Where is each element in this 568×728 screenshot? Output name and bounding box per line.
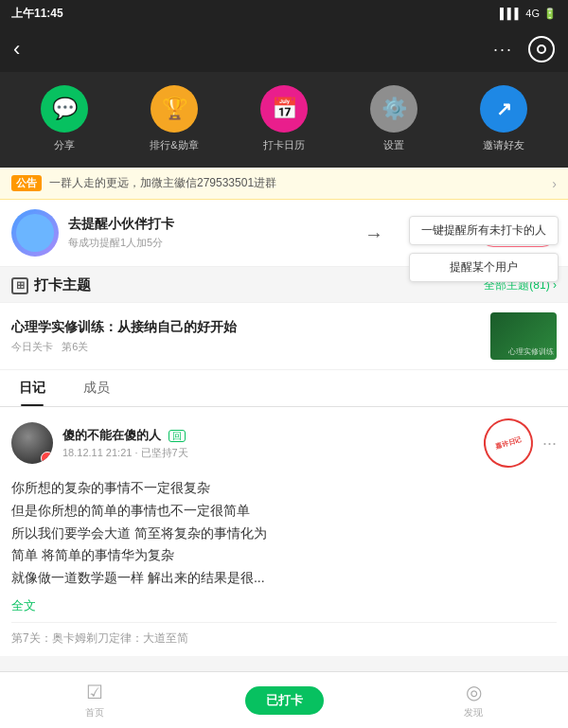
action-share[interactable]: 💬 分享: [9, 85, 119, 152]
tab-members[interactable]: 成员: [64, 370, 129, 406]
bottom-bar: ☑ 首页 已打卡 ◎ 发现: [0, 671, 568, 728]
invite-label: 邀请好友: [483, 138, 524, 152]
home-label: 首页: [85, 706, 104, 719]
stamp-text: 嘉许日记: [494, 435, 522, 451]
topic-icon: ⊞: [11, 277, 28, 294]
post-icon: ◎: [466, 681, 482, 703]
announcement-bar[interactable]: 公告 一群人走的更远，加微主徽信279533501进群 ›: [0, 168, 568, 200]
post-label: 发现: [464, 706, 483, 719]
topic-text-block: 心理学实修训练：从接纳自己的好开始 今日关卡 第6关: [11, 319, 479, 354]
network-type: 4G: [525, 8, 540, 19]
invite-icon: ↗: [480, 85, 527, 133]
topic-meta-week: 第6关: [62, 341, 88, 352]
status-bar: 上午11:45 ▌▌▌ 4G 🔋: [0, 0, 568, 27]
post-avatar: [11, 422, 53, 464]
post-author-name-row: 傻的不能在傻的人 回: [62, 426, 484, 444]
nav-icons: ···: [493, 36, 555, 62]
avatar-image: [16, 214, 54, 252]
tooltip-arrow: →: [364, 223, 383, 245]
remind-all-button[interactable]: 一键提醒所有未打卡的人: [409, 216, 559, 245]
author-name: 傻的不能在傻的人: [62, 428, 161, 442]
topic-section-title: ⊞ 打卡主题: [11, 276, 91, 294]
post-meta: 18.12.11 21:21 · 已坚持7天: [62, 446, 484, 460]
checkin-button[interactable]: 已打卡: [245, 686, 324, 715]
post-header: 傻的不能在傻的人 回 18.12.11 21:21 · 已坚持7天 嘉许日记 ·…: [11, 418, 557, 468]
topic-meta: 今日关卡 第6关: [11, 340, 479, 354]
tab-diary[interactable]: 日记: [0, 370, 64, 406]
post-menu-button[interactable]: ···: [542, 434, 557, 453]
quick-actions-row: 💬 分享 🏆 排行&勋章 📅 打卡日历 ⚙️ 设置 ↗ 邀请好友: [0, 72, 568, 168]
post-line-3: 所以我们要学会大道 简至将复杂的事情化为: [11, 523, 557, 545]
rank-label: 排行&勋章: [150, 138, 198, 152]
status-time: 上午11:45: [11, 6, 63, 22]
more-menu-button[interactable]: ···: [493, 40, 513, 60]
topic-card[interactable]: 心理学实修训练：从接纳自己的好开始 今日关卡 第6关 心理实修训练: [0, 303, 568, 370]
action-settings[interactable]: ⚙️ 设置: [339, 85, 449, 152]
wake-avatar: [11, 209, 59, 257]
top-nav: ‹ ···: [0, 27, 568, 72]
post-line-1: 你所想的复杂的事情不一定很复杂: [11, 477, 557, 500]
topic-name: 心理学实修训练：从接纳自己的好开始: [11, 319, 479, 336]
footer-note-text: 第7关：奥卡姆剃刀定律：大道至简: [11, 631, 188, 645]
stamp-circle: 嘉许日记: [478, 413, 539, 473]
rank-icon: 🏆: [151, 85, 198, 133]
action-rank[interactable]: 🏆 排行&勋章: [119, 85, 229, 152]
topic-title-text: 打卡主题: [34, 276, 91, 294]
read-more-link[interactable]: 全文: [11, 597, 557, 614]
post-card: 傻的不能在傻的人 回 18.12.11 21:21 · 已坚持7天 嘉许日记 ·…: [0, 407, 568, 662]
scan-inner-icon: [537, 44, 546, 54]
status-icons: ▌▌▌ 4G 🔋: [500, 8, 557, 20]
checkin-cal-label: 打卡日历: [263, 138, 305, 152]
topic-meta-day: 今日关卡: [11, 341, 53, 352]
home-icon: ☑: [86, 681, 103, 703]
calendar-icon: 📅: [260, 85, 308, 133]
thumb-text: 心理实修训练: [508, 346, 554, 357]
battery-icon: 🔋: [543, 8, 557, 20]
share-icon: 💬: [41, 85, 88, 133]
scan-button[interactable]: [528, 36, 555, 62]
settings-icon: ⚙️: [370, 85, 417, 133]
bottom-tab-post[interactable]: ◎ 发现: [379, 681, 568, 719]
post-footer-note: 第7关：奥卡姆剃刀定律：大道至简: [11, 622, 557, 647]
post-author-block: 傻的不能在傻的人 回 18.12.11 21:21 · 已坚持7天: [62, 426, 484, 460]
tabs-row: 日记 成员: [0, 370, 568, 407]
topic-thumbnail: 心理实修训练: [490, 312, 557, 360]
post-stamp: 嘉许日记: [484, 418, 533, 468]
back-button[interactable]: ‹: [13, 37, 20, 62]
announcement-arrow: ›: [552, 176, 557, 191]
post-line-5: 就像做一道数学题一样 解出来的结果是很...: [11, 567, 557, 590]
bottom-tab-checkin[interactable]: 已打卡: [189, 686, 379, 715]
announcement-badge: 公告: [11, 175, 42, 191]
post-line-2: 但是你所想的简单的事情也不一定很简单: [11, 500, 557, 523]
bottom-tab-home[interactable]: ☑ 首页: [0, 681, 189, 719]
tooltip-panel: 一键提醒所有未打卡的人 提醒某个用户: [409, 216, 559, 282]
post-line-4: 简单 将简单的事情华为复杂: [11, 544, 557, 567]
share-label: 分享: [54, 138, 75, 152]
avatar-badge: [41, 452, 53, 464]
action-invite[interactable]: ↗ 邀请好友: [449, 85, 559, 152]
author-badge: 回: [169, 430, 186, 442]
announcement-text: 一群人走的更远，加微主徽信279533501进群: [49, 175, 544, 191]
remind-user-button[interactable]: 提醒某个用户: [409, 253, 559, 282]
post-content: 你所想的复杂的事情不一定很复杂 但是你所想的简单的事情也不一定很简单 所以我们要…: [11, 477, 557, 590]
action-checkin-cal[interactable]: 📅 打卡日历: [229, 85, 339, 152]
settings-label: 设置: [383, 138, 404, 152]
signal-icon: ▌▌▌: [500, 8, 522, 19]
